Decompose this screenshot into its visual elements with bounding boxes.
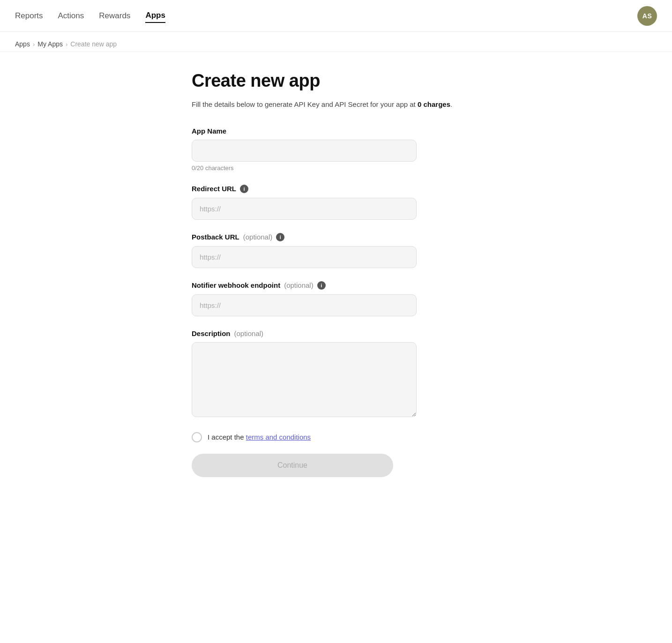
notifier-info-icon[interactable]: i [317,281,326,290]
postback-url-label-text: Postback URL [192,233,239,241]
breadcrumb-sep-1: › [33,41,35,48]
page-title: Create new app [192,71,480,91]
subtitle-prefix: Fill the details below to generate API K… [192,100,418,108]
notifier-input[interactable] [192,294,417,316]
redirect-url-label: Redirect URL i [192,185,480,193]
subtitle-suffix: . [450,100,452,108]
breadcrumb-sep-2: › [66,41,67,48]
app-name-char-count: 0/20 characters [192,164,480,172]
description-label: Description (optional) [192,329,480,337]
terms-label: I accept the terms and conditions [208,433,311,441]
nav-actions[interactable]: Actions [58,9,84,22]
postback-url-group: Postback URL (optional) i [192,233,480,268]
main-content: Create new app Fill the details below to… [177,52,495,515]
nav-apps[interactable]: Apps [145,9,165,23]
subtitle-bold: 0 charges [418,100,450,108]
page-subtitle: Fill the details below to generate API K… [192,99,480,110]
notifier-group: Notifier webhook endpoint (optional) i [192,281,480,316]
nav-rewards[interactable]: Rewards [99,9,130,22]
terms-row: I accept the terms and conditions [192,432,480,442]
postback-url-info-icon[interactable]: i [276,233,284,241]
notifier-optional-text: (optional) [284,281,314,289]
redirect-url-group: Redirect URL i [192,185,480,220]
redirect-url-input[interactable] [192,198,417,220]
app-name-label: App Name [192,127,480,135]
app-name-input[interactable] [192,140,417,162]
terms-link[interactable]: terms and conditions [246,433,311,441]
redirect-url-info-icon[interactable]: i [240,185,248,193]
postback-url-optional-text: (optional) [243,233,273,241]
postback-url-input[interactable] [192,246,417,268]
breadcrumb-my-apps[interactable]: My Apps [37,40,63,48]
description-label-text: Description [192,329,231,337]
nav-links: Reports Actions Rewards Apps [15,9,165,23]
app-name-group: App Name 0/20 characters [192,127,480,172]
description-textarea[interactable] [192,342,417,417]
postback-url-label: Postback URL (optional) i [192,233,480,241]
breadcrumb-current: Create new app [70,40,117,48]
avatar[interactable]: AS [637,6,657,26]
description-optional-text: (optional) [234,329,264,337]
nav-reports[interactable]: Reports [15,9,43,22]
notifier-label: Notifier webhook endpoint (optional) i [192,281,480,290]
description-group: Description (optional) [192,329,480,419]
terms-checkbox[interactable] [192,432,202,442]
redirect-url-label-text: Redirect URL [192,185,236,193]
navbar: Reports Actions Rewards Apps AS [0,0,672,32]
notifier-label-text: Notifier webhook endpoint [192,281,280,289]
breadcrumb-apps[interactable]: Apps [15,40,30,48]
continue-button[interactable]: Continue [192,454,393,477]
app-name-label-text: App Name [192,127,226,135]
breadcrumb: Apps › My Apps › Create new app [0,32,672,52]
terms-prefix: I accept the [208,433,246,441]
